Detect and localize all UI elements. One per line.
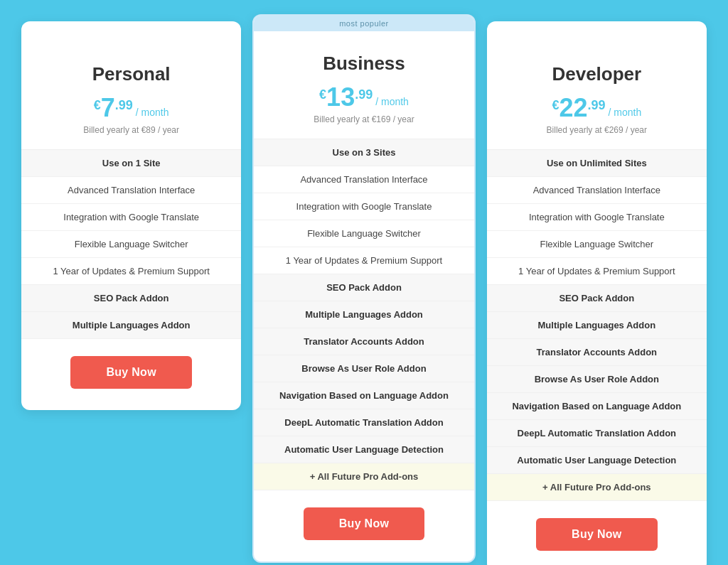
feature-item: Use on Unlimited Sites [487,150,707,177]
plan-card-business: most populer Business € 13 .99 / month B… [252,14,475,563]
buy-button[interactable]: Buy Now [304,507,425,540]
features-list: Use on 3 SitesAdvanced Translation Inter… [254,139,473,490]
feature-item: Browse As User Role Addon [254,355,473,382]
price-decimal: .99 [355,87,373,102]
buy-btn-container: Buy Now [21,339,241,389]
feature-item: Flexible Language Switcher [254,220,473,247]
price-period: / month [609,107,642,118]
plan-header: Personal € 7 .99 / month Billed yearly a… [21,42,241,149]
plan-header: Developer € 22 .99 / month Billed yearly… [487,42,707,149]
feature-item: + All Future Pro Add-ons [487,474,707,501]
price-main: 22 [559,95,587,121]
feature-item: DeepL Automatic Translation Addon [254,409,473,436]
feature-item: SEO Pack Addon [487,285,707,312]
feature-item: Navigation Based on Language Addon [254,382,473,409]
feature-item: Advanced Translation Interface [21,177,241,204]
currency-symbol: € [552,98,559,113]
feature-item: Advanced Translation Interface [254,166,473,193]
feature-item: SEO Pack Addon [254,274,473,301]
buy-btn-container: Buy Now [254,490,473,540]
plan-card-developer: Developer € 22 .99 / month Billed yearly… [487,21,707,565]
price-period: / month [375,96,409,107]
feature-item: 1 Year of Updates & Premium Support [21,258,241,285]
feature-item: Flexible Language Switcher [21,231,241,258]
feature-item: Navigation Based on Language Addon [487,393,707,420]
price-decimal: .99 [115,98,133,113]
plan-price: € 7 .99 / month [36,95,227,121]
buy-button[interactable]: Buy Now [70,356,192,389]
price-decimal: .99 [587,98,605,113]
feature-item: Automatic User Language Detection [487,447,707,474]
plan-name: Personal [36,63,227,85]
plan-name: Business [268,53,459,75]
pricing-container: Personal € 7 .99 / month Billed yearly a… [16,14,712,565]
feature-item: Automatic User Language Detection [254,436,473,463]
plan-price: € 22 .99 / month [501,95,692,121]
feature-item: 1 Year of Updates & Premium Support [254,247,473,274]
spacer [487,21,707,42]
feature-item: Multiple Languages Addon [487,312,707,339]
billed-yearly: Billed yearly at €269 / year [501,125,692,135]
feature-item: Translator Accounts Addon [487,339,707,366]
plan-card-personal: Personal € 7 .99 / month Billed yearly a… [21,21,241,410]
feature-item: Multiple Languages Addon [254,301,473,328]
price-main: 7 [101,95,115,121]
feature-item: Integration with Google Translate [21,204,241,231]
plan-price: € 13 .99 / month [268,85,459,110]
plan-name: Developer [501,63,692,85]
buy-btn-container: Buy Now [487,501,707,551]
currency-symbol: € [94,98,101,113]
feature-item: + All Future Pro Add-ons [254,463,473,490]
feature-item: Flexible Language Switcher [487,231,707,258]
feature-item: Advanced Translation Interface [487,177,707,204]
feature-item: Multiple Languages Addon [21,312,241,339]
feature-item: Use on 1 Site [21,150,241,177]
feature-item: DeepL Automatic Translation Addon [487,420,707,447]
features-list: Use on 1 SiteAdvanced Translation Interf… [21,150,241,339]
currency-symbol: € [319,87,326,102]
buy-button[interactable]: Buy Now [536,518,658,551]
price-period: / month [136,107,169,118]
spacer [21,21,241,42]
feature-item: Integration with Google Translate [487,204,707,231]
popular-badge: most populer [254,16,473,31]
feature-item: Translator Accounts Addon [254,328,473,355]
features-list: Use on Unlimited SitesAdvanced Translati… [487,150,707,501]
feature-item: SEO Pack Addon [21,285,241,312]
feature-item: Browse As User Role Addon [487,366,707,393]
billed-yearly: Billed yearly at €169 / year [268,114,459,124]
feature-item: Use on 3 Sites [254,139,473,166]
price-main: 13 [326,85,355,110]
feature-item: Integration with Google Translate [254,193,473,220]
billed-yearly: Billed yearly at €89 / year [36,125,227,135]
feature-item: 1 Year of Updates & Premium Support [487,258,707,285]
plan-header: Business € 13 .99 / month Billed yearly … [254,31,473,139]
